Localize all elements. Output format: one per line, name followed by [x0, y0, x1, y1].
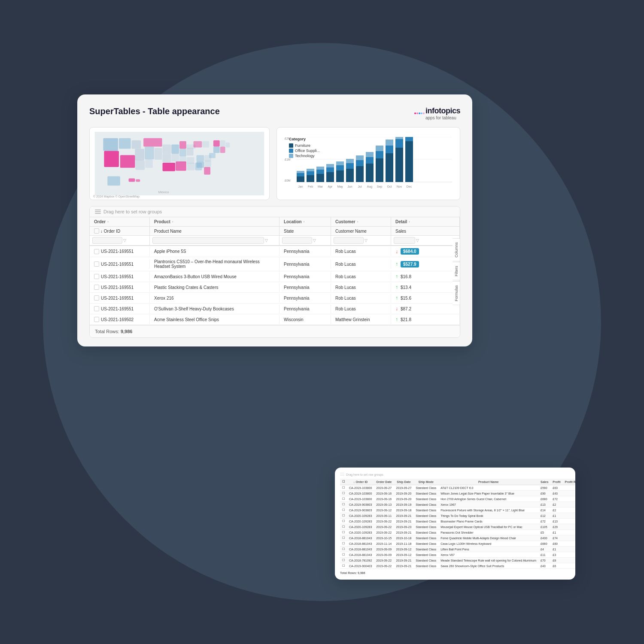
- col-group-order[interactable]: Order ›: [90, 217, 150, 226]
- us-map: Mexico: [94, 132, 265, 195]
- logo-sub: apps for tableau: [425, 115, 460, 120]
- list-item: ☐ CA-2018-881043 2019-10-15 2019-10-18 S…: [340, 535, 575, 541]
- svg-rect-75: [366, 157, 374, 164]
- svg-rect-37: [107, 176, 120, 186]
- svg-text:Jul: Jul: [358, 185, 362, 188]
- svg-rect-70: [356, 166, 364, 182]
- svg-rect-42: [179, 141, 186, 149]
- product-filter-input[interactable]: [152, 237, 264, 244]
- row-checkbox[interactable]: [94, 274, 99, 279]
- card-header: SuperTables - Table appearance infotopic…: [89, 106, 460, 120]
- table-row: US-2021-169551 AmazonBasics 3-Button USB…: [90, 271, 460, 282]
- cell-product: O'Sullivan 3-Shelf Heavy-Duty Bookcases: [150, 304, 279, 313]
- filter-icon: ▽: [365, 238, 368, 243]
- filter-order: ▽: [90, 236, 150, 245]
- total-rows-bar: Total Rows: 9,986: [90, 325, 460, 337]
- cell-customer: Rob Lucas: [331, 294, 391, 303]
- cell-product: AmazonBasics 3-Button USB Wired Mouse: [150, 272, 279, 281]
- svg-rect-30: [209, 153, 216, 158]
- up-arrow-icon: ↑: [395, 295, 398, 301]
- sales-badge: $684.0: [401, 248, 419, 255]
- sales-value: $15.6: [401, 296, 411, 301]
- filter-row: ▽ ▽ ▽ ▽ ▽: [90, 236, 460, 246]
- svg-rect-58: [326, 172, 334, 182]
- list-item: ☐ CA-2019-103800 2019-09-27 2019-09-27 S…: [340, 485, 575, 491]
- cell-customer: Rob Lucas: [331, 272, 391, 281]
- detail-filter-input[interactable]: [394, 237, 415, 244]
- svg-rect-41: [143, 138, 162, 147]
- secondary-table-header: ☐ ↓ Order ID Order Date Ship Date Ship M…: [340, 479, 575, 485]
- list-item: ☐ CA-2019-903803 2019-09-12 2019-09-18 S…: [340, 507, 575, 513]
- table-body: US-2021-169551 Apple iPhone 5S Pennsylva…: [90, 246, 460, 325]
- svg-rect-46: [297, 176, 304, 182]
- sales-value: $16.8: [401, 274, 411, 279]
- svg-rect-5: [145, 147, 154, 160]
- sub-header-location[interactable]: State: [279, 227, 331, 235]
- main-card: SuperTables - Table appearance infotopic…: [77, 94, 472, 346]
- sales-badge: $527.9: [401, 261, 419, 267]
- col-group-detail[interactable]: Detail ›: [391, 217, 460, 226]
- cell-order: US-2021-169551: [90, 304, 150, 313]
- list-item: ☐ CA-2018-881043 2019-11-14 2019-11-18 S…: [340, 541, 575, 547]
- col-group-location[interactable]: Location ›: [279, 217, 331, 226]
- svg-text:Sep: Sep: [377, 185, 383, 188]
- cell-order: US-2021-169551: [90, 293, 150, 303]
- table-row: US-2021-169551 Plastic Stacking Crates &…: [90, 282, 460, 293]
- sub-header-product[interactable]: Product Name: [150, 227, 279, 235]
- svg-text:Mexico: Mexico: [158, 190, 170, 194]
- column-group-headers: Order › Product › Location › Customer › …: [90, 217, 460, 227]
- svg-rect-48: [297, 171, 304, 173]
- svg-rect-66: [346, 169, 354, 182]
- secondary-card: Drag here to set row groups ☐ ↓ Order ID…: [335, 468, 575, 580]
- row-checkbox[interactable]: [94, 306, 99, 311]
- row-checkbox[interactable]: [94, 285, 99, 290]
- cell-product: Apple iPhone 5S: [150, 247, 279, 256]
- up-arrow-icon: ↑: [395, 261, 398, 267]
- row-checkbox[interactable]: [94, 249, 99, 254]
- svg-text:Apr: Apr: [328, 185, 333, 188]
- col-group-product[interactable]: Product ›: [150, 217, 279, 226]
- svg-rect-10: [163, 145, 171, 154]
- svg-text:Jun: Jun: [347, 185, 352, 188]
- sub-header-customer[interactable]: Customer Name: [331, 227, 391, 235]
- columns-tab[interactable]: Columns: [453, 238, 460, 261]
- svg-rect-12: [163, 154, 171, 162]
- sub-header-detail[interactable]: Sales: [391, 227, 460, 235]
- svg-rect-50: [307, 175, 314, 182]
- svg-rect-8: [135, 161, 145, 170]
- svg-rect-67: [346, 163, 354, 169]
- svg-rect-71: [356, 160, 364, 166]
- svg-rect-1: [103, 138, 118, 151]
- svg-rect-28: [220, 147, 225, 153]
- secondary-table-body: ☐ CA-2019-103800 2019-09-27 2019-09-27 S…: [340, 485, 575, 569]
- list-item: ☐ CA-2020-109283 2019-09-11 2019-09-21 S…: [340, 513, 575, 519]
- cell-customer: Rob Lucas: [331, 260, 391, 269]
- filter-location: ▽: [279, 236, 331, 245]
- sub-header-order[interactable]: ↓ Order ID: [90, 227, 150, 235]
- svg-rect-33: [202, 141, 209, 148]
- col-group-customer[interactable]: Customer ›: [331, 217, 391, 226]
- svg-rect-90: [405, 141, 413, 182]
- table-row: US-2021-169551 Plantronics CS510 – Over-…: [90, 257, 460, 271]
- select-all-checkbox[interactable]: [94, 228, 99, 234]
- svg-rect-2: [119, 138, 131, 149]
- svg-rect-51: [307, 171, 314, 175]
- filter-icon: ▽: [265, 238, 268, 243]
- filter-product: ▽: [150, 236, 279, 245]
- row-checkbox[interactable]: [94, 295, 99, 301]
- formulas-tab[interactable]: Formulas: [453, 281, 460, 305]
- row-checkbox[interactable]: [94, 317, 99, 322]
- cell-location: Pennsylvania: [279, 247, 331, 256]
- row-checkbox[interactable]: [94, 261, 99, 267]
- customer-filter-input[interactable]: [334, 237, 364, 244]
- cell-detail: ↑$21.8: [391, 314, 460, 325]
- cell-product: Xerox 216: [150, 294, 279, 303]
- filters-tab[interactable]: Filters: [453, 262, 460, 280]
- svg-rect-26: [220, 140, 225, 147]
- up-arrow-icon: ↑: [395, 273, 398, 279]
- svg-rect-19: [187, 157, 194, 164]
- location-filter-input[interactable]: [282, 237, 312, 244]
- cell-customer: Rob Lucas: [331, 283, 391, 292]
- svg-rect-27: [213, 147, 220, 153]
- order-filter-input[interactable]: [92, 237, 122, 244]
